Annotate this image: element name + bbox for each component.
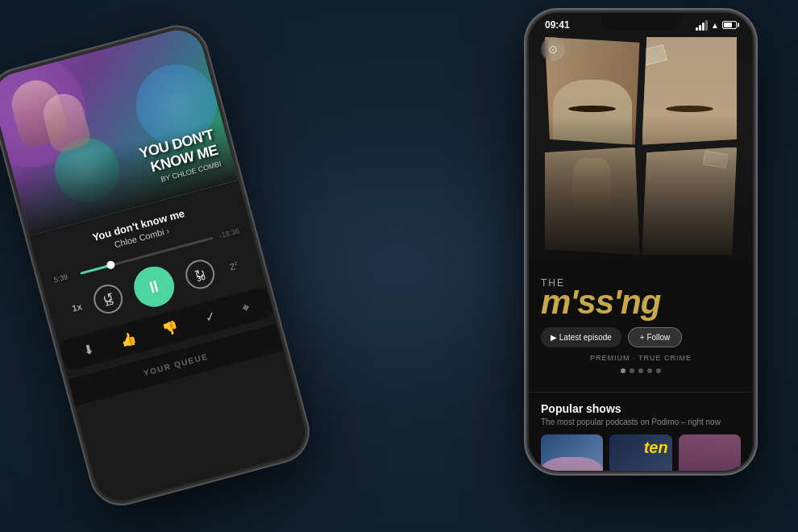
popular-shows-subheading: The most popular podcasts on Podimo – ri… bbox=[541, 418, 741, 426]
download-icon[interactable]: ⬇ bbox=[81, 341, 95, 359]
phone-right: 09:41 ▲ bbox=[524, 8, 758, 476]
show-thumbnail-2[interactable]: PODIMO PRESENTS ten bbox=[609, 434, 671, 471]
battery-icon bbox=[722, 21, 737, 29]
progress-thumb[interactable] bbox=[106, 260, 115, 270]
popular-shows-section: Popular shows The most popular podcasts … bbox=[529, 392, 753, 471]
thumb-down-icon[interactable]: 👎 bbox=[160, 318, 180, 338]
show-thumbnail-3[interactable] bbox=[679, 434, 741, 471]
page-dots bbox=[541, 368, 741, 373]
show-title-main: m'ss'ng bbox=[541, 287, 741, 318]
check-icon[interactable]: ✓ bbox=[203, 309, 217, 326]
share-icon[interactable]: ⌖ bbox=[240, 300, 251, 316]
forward-button[interactable]: ↻ 30 bbox=[182, 256, 218, 292]
podcast-cover: ⊙ bbox=[529, 13, 753, 271]
thumb-up-icon[interactable]: 👍 bbox=[118, 330, 138, 349]
show-thumbnail-1[interactable]: PODIMO PRÄSENTIERT bbox=[541, 434, 603, 471]
pause-icon: ⏸ bbox=[144, 276, 164, 297]
page-dot-5[interactable] bbox=[656, 368, 661, 373]
phone-notch bbox=[601, 13, 681, 31]
pause-button[interactable]: ⏸ bbox=[130, 262, 179, 311]
show-genre: PREMIUM · TRUE CRIME bbox=[541, 354, 741, 362]
status-icons: ▲ bbox=[696, 20, 737, 31]
page-dot-3[interactable] bbox=[638, 368, 643, 373]
show-info: THE m'ss'ng ▶ Latest episode + Follow PR… bbox=[529, 271, 753, 392]
cover-gradient-overlay bbox=[529, 13, 753, 271]
phone-left: YOU DON'T KNOW ME BY CHLOE COMBI You don… bbox=[0, 19, 317, 513]
time-remaining: -18:36 bbox=[216, 227, 240, 240]
follow-button[interactable]: + Follow bbox=[628, 327, 683, 347]
page-dot-4[interactable] bbox=[647, 368, 652, 373]
sleep-timer-button[interactable]: Zz bbox=[228, 258, 239, 272]
status-time: 09:41 bbox=[545, 19, 570, 31]
show-thumbnails-row: PODIMO PRÄSENTIERT PODIMO PRESENTS ten bbox=[541, 434, 741, 471]
phone-left-screen: YOU DON'T KNOW ME BY CHLOE COMBI You don… bbox=[0, 24, 311, 507]
wifi-icon: ▲ bbox=[711, 21, 719, 30]
show-action-buttons: ▶ Latest episode + Follow bbox=[541, 327, 741, 347]
latest-episode-button[interactable]: ▶ Latest episode bbox=[541, 327, 621, 347]
page-dot-1[interactable] bbox=[621, 368, 626, 373]
time-current: 5:39 bbox=[53, 270, 77, 284]
signal-bars-icon bbox=[696, 20, 708, 31]
page-dot-2[interactable] bbox=[630, 368, 634, 373]
rewind-button[interactable]: ↺ 15 bbox=[90, 281, 126, 317]
speed-button[interactable]: 1x bbox=[71, 301, 83, 314]
popular-shows-heading: Popular shows bbox=[541, 402, 741, 415]
phone-right-screen: 09:41 ▲ bbox=[529, 13, 753, 471]
queue-label: YOUR QUEUE bbox=[143, 352, 209, 378]
